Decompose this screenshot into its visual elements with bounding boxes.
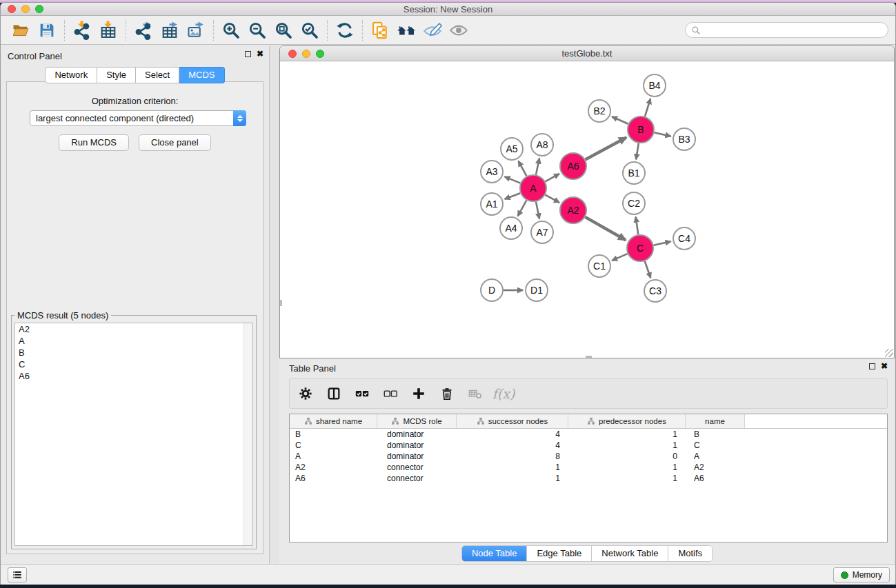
table-cell[interactable]: dominator (377, 429, 457, 440)
memory-button[interactable]: Memory (833, 567, 890, 582)
graph-node-B2[interactable]: B2 (588, 100, 610, 122)
result-list-scrollbar[interactable] (243, 323, 252, 545)
add-row-button[interactable] (410, 383, 428, 404)
show-columns-button[interactable] (325, 383, 343, 404)
table-row[interactable]: A6connector11A6 (290, 473, 887, 484)
table-cell[interactable]: A (686, 451, 745, 462)
table-cell[interactable]: dominator (377, 440, 457, 451)
result-item[interactable]: B (15, 347, 252, 358)
result-item[interactable]: A6 (15, 370, 252, 382)
network-overview-button[interactable] (393, 18, 419, 43)
column-header-successor-nodes[interactable]: successor nodes (457, 414, 568, 428)
zoom-in-button[interactable] (218, 18, 244, 43)
graph-node-A1[interactable]: A1 (481, 193, 503, 215)
table-cell[interactable]: A6 (686, 473, 745, 484)
table-close-panel-icon[interactable]: ✖ (881, 363, 888, 369)
table-row[interactable]: Adominator80A (290, 451, 887, 462)
graph-node-A4[interactable]: A4 (500, 217, 522, 239)
graph-node-A5[interactable]: A5 (501, 138, 523, 160)
table-float-panel-icon[interactable] (869, 363, 875, 369)
graph-node-C1[interactable]: C1 (588, 255, 610, 277)
graph-node-B[interactable]: B (628, 116, 654, 143)
table-cell[interactable]: B (686, 429, 745, 440)
table-cell[interactable]: 8 (457, 451, 568, 462)
graph-node-C3[interactable]: C3 (644, 280, 666, 302)
apply-layout-button[interactable] (332, 18, 358, 43)
table-cell[interactable]: connector (377, 473, 457, 484)
edge-C-C4[interactable] (654, 241, 671, 245)
edge-A2-C[interactable] (585, 217, 626, 240)
edge-C-C3[interactable] (645, 261, 651, 278)
table-cell[interactable]: A (290, 451, 377, 462)
edge-A6-B[interactable] (586, 137, 626, 159)
table-cell[interactable]: 1 (457, 473, 568, 484)
tab-edge-table[interactable]: Edge Table (526, 546, 591, 561)
graph-node-B3[interactable]: B3 (673, 128, 695, 150)
edge-A-A4[interactable] (518, 201, 527, 216)
float-panel-icon[interactable] (245, 51, 251, 57)
deselect-all-button[interactable] (381, 383, 399, 404)
table-row[interactable]: Cdominator41C (290, 440, 887, 451)
edge-C-C2[interactable] (636, 217, 639, 234)
tab-network[interactable]: Network (45, 67, 97, 83)
export-network-button[interactable] (130, 18, 157, 43)
close-panel-icon[interactable]: ✖ (257, 51, 263, 57)
delete-rows-button[interactable] (438, 383, 456, 404)
show-graphics-details-button[interactable] (446, 18, 472, 43)
table-cell[interactable]: dominator (377, 451, 457, 462)
graph-node-B1[interactable]: B1 (623, 162, 645, 184)
window-resize-grip[interactable] (885, 349, 893, 357)
table-cell[interactable]: connector (377, 462, 457, 473)
edge-B-B4[interactable] (645, 99, 650, 116)
network-canvas[interactable]: B4 B2 B B3 A8 A5 A6 A3 B1 A C2 A1 A2 (280, 62, 894, 358)
hide-graphics-details-button[interactable] (419, 18, 446, 43)
close-panel-button[interactable]: Close panel (139, 134, 211, 151)
edge-A-A3[interactable] (505, 176, 521, 183)
result-item[interactable]: A (15, 335, 252, 347)
table-cell[interactable]: 1 (568, 473, 686, 484)
select-all-button[interactable] (353, 383, 371, 404)
edge-B-B1[interactable] (636, 143, 639, 159)
zoom-out-button[interactable] (244, 18, 270, 43)
graph-node-A[interactable]: A (520, 175, 546, 201)
table-cell[interactable]: 1 (568, 429, 686, 440)
graph-node-A2[interactable]: A2 (560, 197, 586, 223)
tab-node-table[interactable]: Node Table (462, 546, 527, 561)
task-history-button[interactable] (8, 567, 27, 582)
import-table-button[interactable] (95, 18, 121, 43)
edge-A-A5[interactable] (519, 161, 527, 176)
graph-node-C4[interactable]: C4 (673, 227, 695, 250)
tab-select[interactable]: Select (136, 67, 179, 83)
table-cell[interactable]: C (686, 440, 745, 451)
tab-motifs[interactable]: Motifs (668, 546, 712, 561)
table-cell[interactable]: 4 (457, 440, 568, 451)
tab-mcds[interactable]: MCDS (179, 67, 224, 83)
graph-node-A8[interactable]: A8 (531, 134, 553, 156)
table-cell[interactable]: 4 (457, 429, 568, 440)
save-session-button[interactable] (34, 18, 60, 43)
edge-A-A6[interactable] (546, 174, 559, 181)
table-cell[interactable]: A6 (290, 473, 377, 484)
tab-network-table[interactable]: Network Table (591, 546, 668, 561)
column-header-shared-name[interactable]: shared name (290, 414, 377, 428)
table-cell[interactable]: C (290, 440, 377, 451)
graph-node-A6[interactable]: A6 (560, 153, 586, 179)
run-mcds-button[interactable]: Run MCDS (59, 134, 129, 151)
graph-node-A3[interactable]: A3 (481, 161, 503, 183)
table-cell[interactable]: A2 (290, 462, 377, 473)
tab-style[interactable]: Style (97, 67, 136, 83)
table-cell[interactable]: 1 (457, 462, 568, 473)
search-input[interactable] (704, 26, 882, 35)
clone-network-button[interactable] (367, 18, 393, 43)
graph-node-B4[interactable]: B4 (644, 74, 666, 97)
edge-C-C1[interactable] (612, 254, 627, 261)
open-session-button[interactable] (8, 18, 34, 43)
result-item[interactable]: C (15, 358, 252, 370)
zoom-fit-button[interactable] (270, 18, 297, 43)
column-header-MCDS-role[interactable]: MCDS role (377, 414, 457, 428)
table-cell[interactable]: B (290, 429, 377, 440)
table-row[interactable]: A2connector11A2 (290, 462, 887, 473)
edge-B-B3[interactable] (655, 132, 671, 136)
table-settings-button[interactable] (297, 383, 315, 404)
edge-B-B2[interactable] (612, 116, 628, 124)
